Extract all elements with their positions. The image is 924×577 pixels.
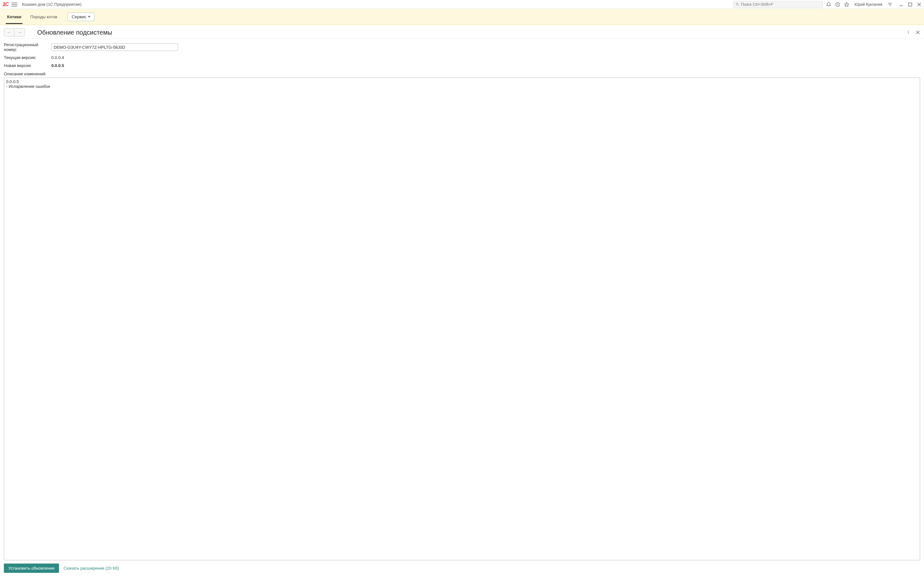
new-version-value: 0.0.0.5 <box>51 63 64 68</box>
forward-button[interactable]: → <box>15 29 25 36</box>
app-logo: 1C <box>3 2 8 7</box>
current-version-label: Текущая версия: <box>4 55 51 60</box>
star-icon[interactable] <box>844 2 849 7</box>
search-box[interactable] <box>733 1 823 8</box>
maximize-icon[interactable] <box>908 2 913 7</box>
settings-lines-icon[interactable] <box>887 2 893 7</box>
navbar: Котики Породы котов Сервис <box>0 9 924 25</box>
nav-item-porody[interactable]: Породы котов <box>29 13 58 21</box>
reg-number-label: Регистрационный номер: <box>4 42 51 52</box>
svg-rect-5 <box>909 3 912 6</box>
hamburger-icon[interactable] <box>11 3 17 6</box>
svg-point-9 <box>908 32 909 33</box>
page-title: Обновление подсистемы <box>37 29 112 36</box>
svg-point-10 <box>908 33 909 34</box>
app-title: Кошкин дом (1С:Предприятие) <box>22 2 81 7</box>
search-input[interactable] <box>741 2 821 7</box>
kebab-icon[interactable] <box>906 30 911 35</box>
svg-point-8 <box>908 31 909 31</box>
close-panel-icon[interactable] <box>916 30 920 35</box>
reg-number-input[interactable] <box>51 43 178 51</box>
nav-item-kotiki[interactable]: Котики <box>6 13 23 24</box>
service-button[interactable]: Сервис <box>67 13 95 21</box>
changelog-label: Описание изменений: <box>4 71 920 76</box>
bell-icon[interactable] <box>826 2 831 7</box>
install-button[interactable]: Установить обновление <box>4 564 59 573</box>
current-version-value: 0.0.0.4 <box>51 55 64 60</box>
username-label[interactable]: Юрий Куклачев <box>855 2 882 7</box>
download-link[interactable]: Скачать расширение (20 Кб) <box>63 566 119 571</box>
back-button[interactable]: ← <box>4 29 15 36</box>
history-icon[interactable] <box>835 2 840 7</box>
form-area: Регистрационный номер: Текущая версия: 0… <box>0 39 924 577</box>
titlebar: 1C Кошкин дом (1С:Предприятие) Юрий Кукл… <box>0 0 924 9</box>
minimize-icon[interactable] <box>899 2 903 7</box>
content-header: ← → Обновление подсистемы <box>0 25 924 39</box>
search-icon <box>735 2 740 7</box>
close-icon[interactable] <box>917 2 921 7</box>
changelog-textarea[interactable]: 0.0.0.5 - Испарвление ошибок <box>4 77 920 560</box>
svg-marker-0 <box>845 2 849 6</box>
new-version-label: Новая версия: <box>4 63 51 68</box>
nav-arrows: ← → <box>4 28 25 37</box>
chevron-down-icon <box>88 16 90 18</box>
